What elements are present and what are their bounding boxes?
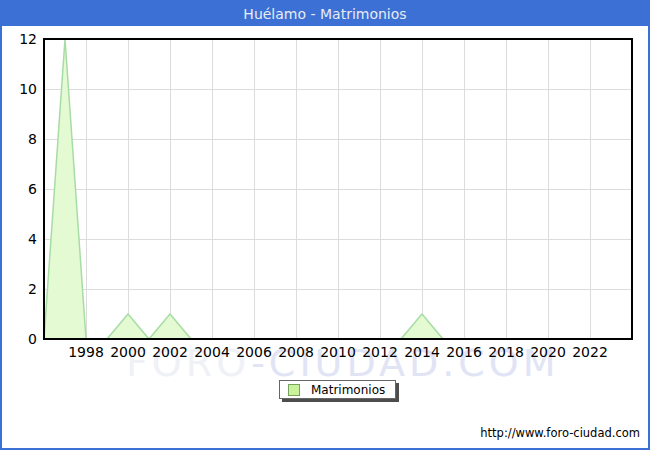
legend: Matrimonios xyxy=(279,380,396,399)
x-tick-label: 2002 xyxy=(152,344,188,360)
x-tick-label: 2022 xyxy=(572,344,608,360)
x-tick-label: 2020 xyxy=(530,344,566,360)
source-url: http://www.foro-ciudad.com xyxy=(480,426,640,440)
x-tick-label: 1998 xyxy=(68,344,104,360)
y-tick-label: 8 xyxy=(28,131,37,147)
x-tick-label: 2008 xyxy=(278,344,314,360)
legend-label-matrimonios: Matrimonios xyxy=(311,383,385,397)
y-tick-label: 0 xyxy=(28,331,37,347)
x-tick-label: 2014 xyxy=(404,344,440,360)
x-tick-label: 2010 xyxy=(320,344,356,360)
chart-page: { "title_bar": { "title": "Huélamo - Mat… xyxy=(0,0,650,450)
y-tick-label: 12 xyxy=(19,31,37,47)
x-tick-label: 2018 xyxy=(488,344,524,360)
legend-swatch-matrimonios xyxy=(288,384,300,396)
y-tick-label: 4 xyxy=(28,231,37,247)
y-tick-label: 6 xyxy=(28,181,37,197)
x-tick-label: 2004 xyxy=(194,344,230,360)
y-tick-label: 2 xyxy=(28,281,37,297)
x-tick-label: 2000 xyxy=(110,344,146,360)
x-tick-label: 2006 xyxy=(236,344,272,360)
x-tick-label: 2016 xyxy=(446,344,482,360)
x-tick-label: 2012 xyxy=(362,344,398,360)
y-tick-label: 10 xyxy=(19,81,37,97)
